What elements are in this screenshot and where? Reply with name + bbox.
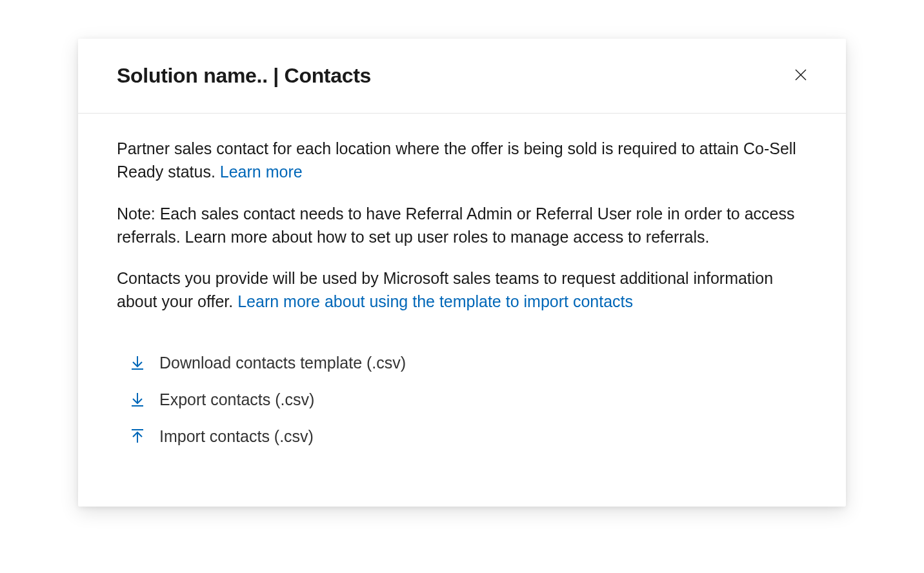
download-icon — [128, 390, 146, 408]
close-button[interactable] — [789, 63, 812, 88]
panel-header: Solution name.. | Contacts — [78, 39, 846, 114]
upload-icon — [128, 427, 146, 445]
close-icon — [793, 67, 808, 85]
panel-body: Partner sales contact for each location … — [78, 114, 846, 507]
panel-title: Solution name.. | Contacts — [117, 64, 371, 88]
description-paragraph-1: Partner sales contact for each location … — [117, 137, 807, 184]
export-contacts-label: Export contacts (.csv) — [159, 390, 314, 409]
download-template-label: Download contacts template (.csv) — [159, 354, 406, 372]
download-icon — [128, 354, 146, 372]
download-template-button[interactable]: Download contacts template (.csv) — [128, 345, 406, 381]
export-contacts-button[interactable]: Export contacts (.csv) — [128, 381, 314, 418]
description-paragraph-2: Note: Each sales contact needs to have R… — [117, 202, 807, 249]
import-contacts-button[interactable]: Import contacts (.csv) — [128, 418, 314, 455]
contacts-panel: Solution name.. | Contacts Partner sales… — [78, 39, 846, 507]
learn-more-link-1[interactable]: Learn more — [220, 163, 303, 181]
learn-more-link-2[interactable]: Learn more about using the template to i… — [237, 292, 633, 310]
import-contacts-label: Import contacts (.csv) — [159, 427, 314, 446]
actions-list: Download contacts template (.csv) Export… — [117, 345, 807, 455]
description-paragraph-3: Contacts you provide will be used by Mic… — [117, 266, 807, 314]
description-text-1: Partner sales contact for each location … — [117, 139, 796, 181]
